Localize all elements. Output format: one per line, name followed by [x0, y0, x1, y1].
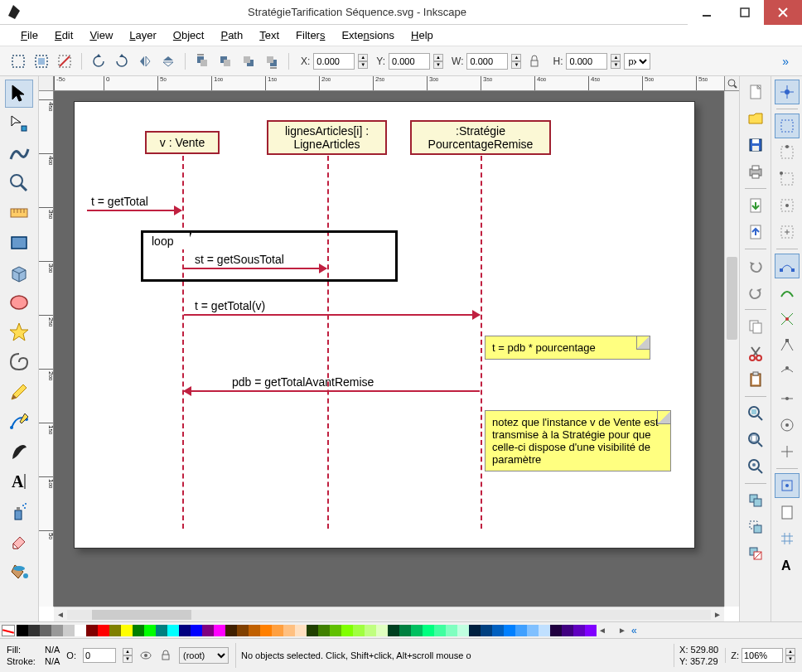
new-doc-icon[interactable] [743, 80, 768, 104]
color-swatch[interactable] [28, 625, 40, 636]
color-swatch[interactable] [388, 625, 399, 636]
pencil-tool[interactable] [5, 378, 33, 406]
bucket-tool[interactable] [5, 557, 33, 585]
y-input[interactable] [389, 53, 430, 70]
palette-menu-icon[interactable]: « [628, 625, 640, 636]
snap-rotation-icon[interactable] [775, 439, 800, 464]
clone-icon[interactable] [743, 515, 768, 539]
snap-path-icon[interactable] [775, 280, 800, 305]
cut-icon[interactable] [743, 341, 768, 365]
maximize-button[interactable] [726, 0, 764, 25]
copy-icon[interactable] [743, 314, 768, 339]
snap-bbox-icon[interactable] [775, 114, 800, 138]
snap-page-icon[interactable] [775, 500, 800, 525]
menu-object[interactable]: Object [165, 27, 213, 44]
snap-intersect-icon[interactable] [775, 307, 800, 331]
color-swatch[interactable] [167, 625, 179, 636]
x-input[interactable] [313, 53, 355, 70]
snap-bbox-edge-icon[interactable] [775, 140, 800, 165]
selector-tool[interactable] [5, 80, 33, 108]
color-swatch[interactable] [98, 625, 109, 636]
color-swatch[interactable] [156, 625, 167, 636]
menu-file[interactable]: File [12, 27, 46, 44]
zoom-tool[interactable] [5, 169, 33, 197]
x-spinner[interactable]: ▲▼ [358, 54, 368, 69]
snap-enable-icon[interactable] [775, 80, 800, 104]
zoom-drawing-icon[interactable] [743, 454, 768, 479]
calligraphy-tool[interactable] [5, 438, 33, 466]
paste-icon[interactable] [743, 367, 768, 392]
color-swatch[interactable] [75, 625, 86, 636]
rect-tool[interactable] [5, 229, 33, 257]
unlink-clone-icon[interactable] [743, 541, 768, 566]
eraser-tool[interactable] [5, 527, 33, 555]
deselect-icon[interactable] [55, 51, 75, 71]
menu-extensions[interactable]: Extensions [333, 27, 403, 44]
palette-right-arrow[interactable]: ► [616, 626, 628, 635]
layer-lock-icon[interactable] [159, 649, 172, 662]
menu-view[interactable]: View [81, 27, 121, 44]
color-swatch[interactable] [399, 625, 411, 636]
snap-center-icon[interactable] [775, 413, 800, 438]
color-swatch[interactable] [51, 625, 63, 636]
zoom-page-icon[interactable] [743, 428, 768, 452]
menu-filters[interactable]: Filters [287, 27, 333, 44]
color-swatch[interactable] [144, 625, 156, 636]
save-doc-icon[interactable] [743, 133, 768, 157]
scrollbar-vertical[interactable] [724, 91, 739, 607]
color-swatch[interactable] [307, 625, 318, 636]
text-tool[interactable]: A [5, 467, 33, 496]
w-spinner[interactable]: ▲▼ [511, 54, 521, 69]
ellipse-tool[interactable] [5, 288, 33, 317]
spiral-tool[interactable] [5, 348, 33, 376]
color-swatch[interactable] [457, 625, 469, 636]
minimize-button[interactable] [688, 0, 726, 25]
color-swatch[interactable] [202, 625, 214, 636]
ruler-horizontal[interactable]: -50 0 50 100 150 200 250 300 350 400 450… [54, 76, 724, 91]
undo-icon[interactable] [743, 254, 768, 278]
color-swatch[interactable] [133, 625, 144, 636]
color-swatch[interactable] [423, 625, 434, 636]
rotate-ccw-icon[interactable] [89, 51, 109, 71]
color-swatch[interactable] [63, 625, 75, 636]
print-icon[interactable] [743, 159, 768, 184]
snap-guide-icon[interactable]: A [775, 553, 800, 578]
color-swatch[interactable] [434, 625, 446, 636]
menu-help[interactable]: Help [403, 27, 442, 44]
menu-text[interactable]: Text [251, 27, 287, 44]
opacity-input[interactable] [83, 648, 116, 663]
select-all-icon[interactable] [31, 51, 51, 71]
color-swatch[interactable] [481, 625, 492, 636]
tweak-tool[interactable] [5, 139, 33, 167]
flip-v-icon[interactable] [158, 51, 178, 71]
menu-edit[interactable]: Edit [46, 27, 81, 44]
lower-bottom-icon[interactable] [262, 51, 282, 71]
toolbar-overflow-icon[interactable]: » [777, 55, 794, 68]
snap-grid-icon[interactable] [775, 526, 800, 551]
color-swatch[interactable] [214, 625, 225, 636]
w-input[interactable] [466, 53, 508, 70]
measure-tool[interactable] [5, 199, 33, 227]
color-swatch[interactable] [249, 625, 260, 636]
fill-stroke-indicator[interactable]: Fill:N/A Stroke:N/A [7, 644, 60, 667]
color-swatch[interactable] [237, 625, 249, 636]
snap-smooth-icon[interactable] [775, 360, 800, 384]
color-swatch[interactable] [504, 625, 515, 636]
open-doc-icon[interactable] [743, 106, 768, 131]
color-swatch[interactable] [550, 625, 562, 636]
color-swatch[interactable] [562, 625, 573, 636]
import-icon[interactable] [743, 193, 768, 218]
snap-nodes-icon[interactable] [775, 254, 800, 278]
menu-path[interactable]: Path [212, 27, 251, 44]
bezier-tool[interactable] [5, 408, 33, 436]
opacity-spinner[interactable]: ▲▼ [123, 648, 133, 663]
color-swatch[interactable] [272, 625, 283, 636]
snap-bbox-center-icon[interactable] [775, 220, 800, 244]
y-spinner[interactable]: ▲▼ [433, 54, 443, 69]
snap-bbox-midpoint-icon[interactable] [775, 193, 800, 218]
node-tool[interactable] [5, 109, 33, 138]
color-swatch[interactable] [330, 625, 341, 636]
color-swatch[interactable] [585, 625, 597, 636]
close-button[interactable] [764, 0, 802, 25]
snap-bbox-corner-icon[interactable] [775, 167, 800, 191]
